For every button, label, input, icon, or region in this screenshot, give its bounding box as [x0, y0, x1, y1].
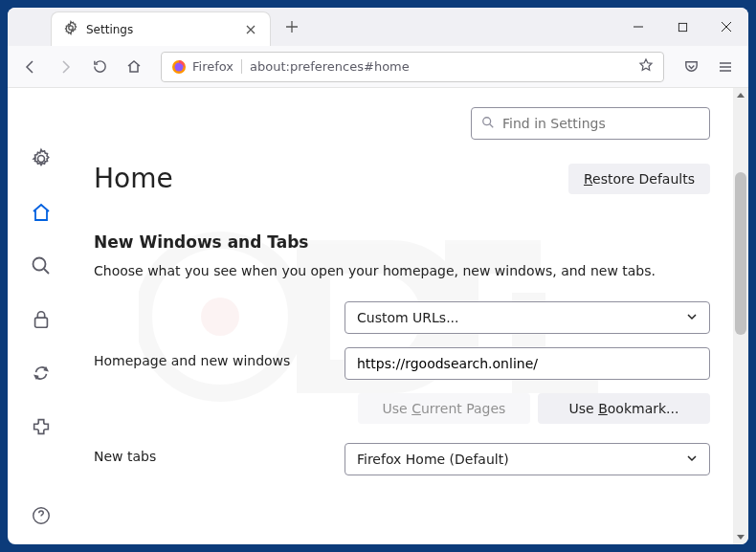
sidebar-help[interactable] [28, 502, 55, 529]
dropdown-label: Custom URLs... [357, 310, 459, 325]
svg-rect-0 [678, 23, 686, 31]
search-icon [481, 115, 495, 133]
identity-label: Firefox [192, 59, 242, 74]
gear-icon [63, 20, 78, 39]
homepage-mode-dropdown[interactable]: Custom URLs... [345, 301, 710, 334]
reload-button[interactable] [84, 52, 115, 82]
hamburger-menu-button[interactable] [710, 52, 741, 82]
home-button[interactable] [119, 52, 149, 82]
close-tab-button[interactable] [243, 22, 258, 37]
content-area: Home Restore Defaults New Windows and Ta… [8, 88, 748, 544]
identity-box[interactable]: Firefox [171, 59, 242, 75]
settings-sidebar [8, 88, 75, 544]
svg-point-10 [483, 117, 491, 124]
window-controls [616, 8, 748, 46]
maximize-button[interactable] [660, 8, 704, 46]
forward-button [50, 52, 80, 82]
sidebar-extensions[interactable] [28, 413, 55, 440]
browser-tab[interactable]: Settings [51, 11, 271, 46]
sidebar-general[interactable] [28, 145, 55, 172]
homepage-url-input[interactable] [345, 347, 710, 380]
chevron-down-icon [686, 310, 698, 325]
use-bookmark-button[interactable]: Use Bookmark... [538, 393, 710, 424]
sidebar-sync[interactable] [28, 360, 55, 386]
chevron-down-icon [686, 452, 698, 467]
svg-rect-8 [35, 318, 48, 327]
bookmark-star-icon[interactable] [638, 57, 654, 77]
browser-window: Settings Firefox about:preferences#home [8, 8, 748, 544]
close-window-button[interactable] [704, 8, 748, 46]
find-in-settings[interactable] [471, 107, 710, 140]
settings-main: Home Restore Defaults New Windows and Ta… [75, 88, 748, 544]
back-button[interactable] [15, 52, 46, 82]
urlbar[interactable]: Firefox about:preferences#home [161, 52, 664, 82]
firefox-logo-icon [171, 59, 187, 75]
sidebar-home[interactable] [28, 199, 55, 226]
newtabs-dropdown[interactable]: Firefox Home (Default) [345, 443, 710, 475]
tab-title: Settings [86, 23, 235, 36]
use-current-pages-button: Use Current Pages [358, 393, 530, 424]
restore-defaults-button[interactable]: Restore Defaults [568, 164, 710, 194]
newtabs-label: New tabs [94, 443, 333, 464]
search-input[interactable] [502, 116, 700, 131]
titlebar: Settings [8, 8, 748, 46]
minimize-button[interactable] [616, 8, 660, 46]
sidebar-search[interactable] [28, 253, 55, 279]
pocket-button[interactable] [676, 52, 706, 82]
url-text: about:preferences#home [250, 59, 410, 74]
svg-point-7 [33, 258, 46, 271]
homepage-label: Homepage and new windows [94, 347, 333, 368]
sidebar-privacy[interactable] [28, 306, 55, 333]
new-tab-button[interactable] [278, 13, 305, 40]
section-title: New Windows and Tabs [94, 232, 710, 252]
section-desc: Choose what you see when you open your h… [94, 263, 710, 278]
page-title: Home [94, 163, 173, 194]
dropdown-label: Firefox Home (Default) [357, 452, 509, 467]
navigation-toolbar: Firefox about:preferences#home [8, 46, 748, 88]
